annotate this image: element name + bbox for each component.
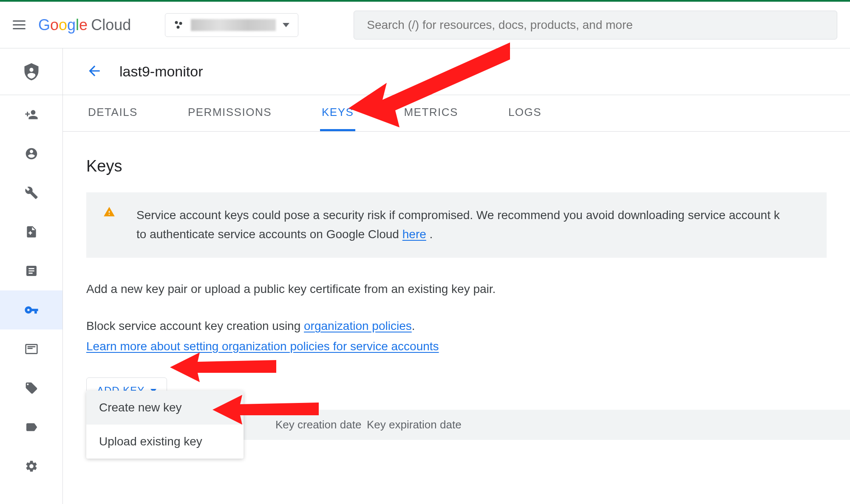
annotation-arrow-addkey (170, 352, 280, 382)
caret-down-icon (283, 23, 289, 27)
here-link[interactable]: here (402, 228, 426, 241)
svg-point-1 (179, 22, 182, 25)
desc-add-key: Add a new key pair or upload a public ke… (86, 279, 827, 299)
sidebar-item-card[interactable] (0, 329, 62, 369)
hamburger-menu-icon[interactable] (13, 20, 26, 29)
warning-icon (103, 206, 115, 220)
search-input[interactable] (354, 11, 837, 39)
sidebar-item-article[interactable] (0, 251, 62, 290)
sidebar-item-tag[interactable] (0, 369, 62, 408)
google-cloud-logo[interactable]: Google Cloud (38, 16, 131, 34)
sidebar-item-doc-config[interactable] (0, 212, 62, 251)
svg-point-0 (175, 21, 178, 24)
tab-permissions[interactable]: PERMISSIONS (186, 95, 273, 131)
annotation-arrow-createkey (212, 395, 323, 425)
left-sidebar (0, 48, 63, 504)
project-name-redacted (191, 19, 276, 31)
svg-point-2 (177, 25, 180, 28)
section-title: Keys (86, 157, 827, 175)
warning-box: Service account keys could pose a securi… (86, 192, 827, 258)
dropdown-upload-existing-key[interactable]: Upload existing key (86, 425, 244, 459)
sidebar-item-label[interactable] (0, 408, 62, 447)
annotation-arrow-keys (348, 42, 514, 127)
sidebar-item-wrench[interactable] (0, 173, 62, 212)
sidebar-item-add-user[interactable] (0, 95, 62, 134)
learn-more-link[interactable]: Learn more about setting organization po… (86, 340, 439, 353)
cloud-logo-text: Cloud (91, 16, 131, 34)
svg-marker-5 (212, 395, 319, 425)
sidebar-item-person[interactable] (0, 134, 62, 173)
sidebar-item-settings[interactable] (0, 447, 62, 486)
page-title: last9-monitor (119, 63, 203, 80)
col-expiration-date: Key expiration date (367, 418, 579, 431)
svg-marker-4 (170, 352, 276, 382)
desc-block-creation: Block service account key creation using… (86, 316, 827, 356)
back-arrow-icon[interactable] (86, 63, 102, 81)
warning-text: Service account keys could pose a securi… (136, 206, 780, 244)
top-header: Google Cloud (0, 2, 850, 48)
project-icon (174, 20, 184, 30)
sidebar-iam-icon[interactable] (0, 48, 62, 95)
tab-details[interactable]: DETAILS (86, 95, 139, 131)
project-selector[interactable] (165, 13, 298, 37)
svg-marker-3 (348, 42, 510, 127)
sidebar-item-keys[interactable] (0, 290, 62, 329)
org-policies-link[interactable]: organization policies (304, 319, 412, 332)
